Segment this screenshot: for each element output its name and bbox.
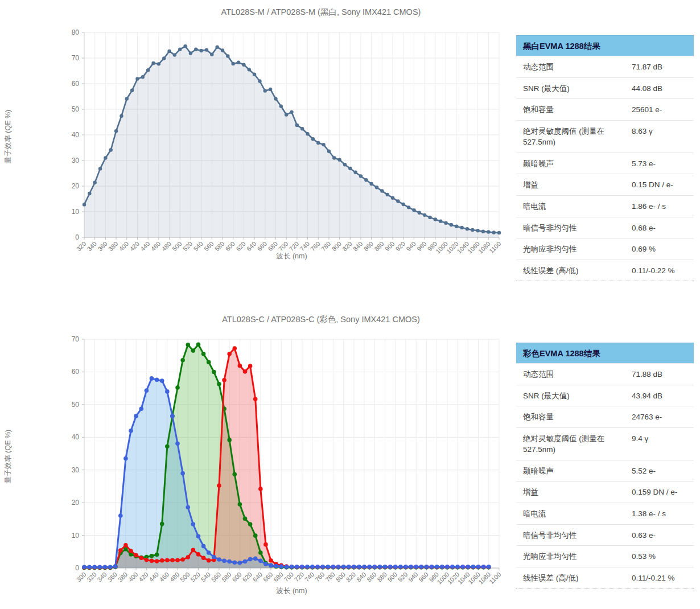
- row-value: 5.73 e-: [632, 158, 694, 170]
- svg-text:700: 700: [282, 571, 294, 583]
- svg-text:0: 0: [75, 564, 79, 572]
- row-value: 44.08 dB: [632, 83, 694, 94]
- row-label: 光响应非均匀性: [516, 244, 632, 255]
- svg-text:300: 300: [75, 571, 87, 583]
- svg-text:1100: 1100: [488, 571, 502, 585]
- svg-text:460: 460: [158, 571, 170, 583]
- svg-text:580: 580: [213, 240, 225, 252]
- svg-text:780: 780: [320, 240, 332, 252]
- svg-text:820: 820: [341, 240, 353, 252]
- svg-text:920: 920: [394, 240, 406, 252]
- svg-text:640: 640: [252, 571, 263, 583]
- svg-text:70: 70: [72, 54, 80, 62]
- svg-text:340: 340: [86, 240, 98, 252]
- table-row: 线性误差 (高/低)0.11/-0.22 %: [516, 260, 694, 281]
- row-label: 暗信号非均匀性: [516, 530, 632, 541]
- svg-text:420: 420: [137, 571, 149, 583]
- row-value: 0.69 %: [632, 244, 694, 255]
- mono-y-axis-label: 量子效率 (QE %): [3, 110, 13, 163]
- svg-text:740: 740: [303, 571, 315, 583]
- row-value: 0.63 e-: [632, 530, 694, 541]
- svg-text:60: 60: [72, 80, 80, 88]
- svg-text:760: 760: [309, 240, 321, 252]
- row-value: 71.87 dB: [632, 61, 694, 73]
- table-row: 颞暗噪声5.73 e-: [516, 153, 694, 174]
- svg-text:760: 760: [314, 571, 326, 583]
- svg-text:320: 320: [75, 240, 87, 252]
- svg-text:880: 880: [373, 240, 385, 252]
- svg-text:360: 360: [96, 240, 108, 252]
- svg-text:500: 500: [171, 240, 183, 252]
- row-label: 动态范围: [516, 61, 632, 73]
- table-row: SNR (最大值)44.08 dB: [516, 77, 694, 99]
- table-row: 暗信号非均匀性0.63 e-: [516, 524, 694, 546]
- svg-text:900: 900: [386, 571, 398, 583]
- row-value: 43.94 dB: [632, 390, 694, 402]
- row-label: 颞暗噪声: [516, 466, 632, 477]
- svg-text:20: 20: [72, 182, 80, 190]
- row-value: 0.11/-0.22 %: [632, 265, 694, 277]
- table-row: 绝对灵敏度阈值 (测量在 527.5nm)9.4 γ: [516, 427, 694, 460]
- svg-text:540: 540: [200, 571, 212, 583]
- svg-text:50: 50: [72, 401, 80, 409]
- svg-text:440: 440: [139, 240, 151, 252]
- svg-text:40: 40: [72, 433, 80, 441]
- svg-text:80: 80: [72, 28, 80, 36]
- svg-text:840: 840: [355, 571, 367, 583]
- svg-text:660: 660: [256, 240, 268, 252]
- color-x-axis-label: 波长 (nm): [84, 586, 499, 596]
- x-tick-labels: 3003203403603804004204404604805005205405…: [75, 571, 502, 586]
- svg-text:940: 940: [407, 571, 419, 583]
- mono-x-axis-label: 波长 (nm): [84, 252, 499, 261]
- row-value: 0.15 DN / e-: [632, 179, 694, 191]
- row-label: 暗信号非均匀性: [516, 223, 632, 234]
- color-table-body: 动态范围71.88 dBSNR (最大值)43.94 dB饱和容量24763 e…: [516, 363, 694, 589]
- svg-text:460: 460: [150, 240, 162, 252]
- svg-text:800: 800: [331, 240, 343, 252]
- row-label: 动态范围: [516, 369, 632, 380]
- row-value: 24763 e-: [632, 412, 694, 423]
- svg-text:70: 70: [72, 335, 80, 343]
- row-label: 线性误差 (高/低): [516, 573, 632, 584]
- row-label: 暗电流: [516, 201, 632, 212]
- y-tick-labels: 01020304050607080: [72, 28, 80, 241]
- row-label: 线性误差 (高/低): [516, 265, 632, 277]
- series-fill-blue-qe: [84, 378, 489, 568]
- svg-text:380: 380: [117, 571, 129, 583]
- svg-text:540: 540: [192, 240, 204, 252]
- svg-text:520: 520: [189, 571, 201, 583]
- svg-text:400: 400: [127, 571, 139, 583]
- svg-text:30: 30: [72, 466, 80, 474]
- row-value: 71.88 dB: [632, 369, 694, 380]
- color-table-header: 彩色EVMA 1288结果: [516, 343, 694, 363]
- row-label: 光响应非均匀性: [516, 551, 632, 562]
- color-chart-title: ATL028S-C / ATP028S-C (彩色, Sony IMX421 C…: [0, 314, 642, 325]
- svg-text:740: 740: [298, 240, 310, 252]
- y-tick-labels: 010203040506070: [72, 335, 80, 572]
- svg-text:900: 900: [384, 240, 396, 252]
- row-value: 0.68 e-: [632, 223, 694, 234]
- row-label: 绝对灵敏度阈值 (测量在 527.5nm): [516, 433, 632, 455]
- svg-text:920: 920: [397, 571, 409, 583]
- svg-text:620: 620: [241, 571, 253, 583]
- table-row: 暗电流1.38 e- / s: [516, 503, 694, 524]
- svg-text:420: 420: [128, 240, 140, 252]
- mono-qe-plot: 3203403603804004204404604805005205405605…: [0, 0, 515, 272]
- row-value: 5.52 e-: [632, 466, 694, 477]
- svg-text:40: 40: [72, 131, 80, 139]
- row-label: 增益: [516, 487, 632, 498]
- row-label: 暗电流: [516, 508, 632, 520]
- table-row: 暗电流1.86 e- / s: [516, 195, 694, 217]
- mono-table-header: 黑白EVMA 1288结果: [516, 35, 694, 56]
- svg-text:400: 400: [118, 240, 130, 252]
- svg-text:50: 50: [72, 105, 80, 113]
- table-row: 增益0.15 DN / e-: [516, 174, 694, 195]
- svg-text:640: 640: [245, 240, 257, 252]
- svg-text:660: 660: [262, 571, 274, 583]
- svg-text:820: 820: [345, 571, 357, 583]
- row-label: 增益: [516, 179, 632, 191]
- svg-text:620: 620: [234, 240, 246, 252]
- svg-text:20: 20: [72, 499, 80, 507]
- table-row: SNR (最大值)43.94 dB: [516, 385, 694, 406]
- svg-text:10: 10: [72, 208, 80, 216]
